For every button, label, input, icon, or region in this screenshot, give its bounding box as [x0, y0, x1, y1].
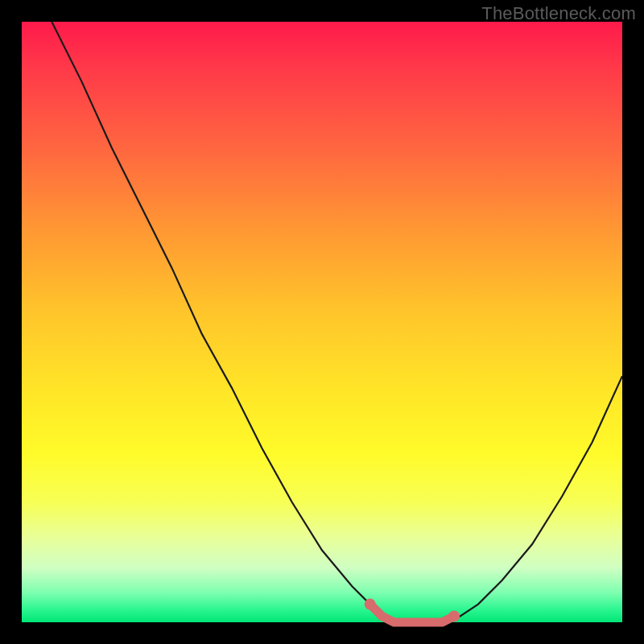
bottleneck-curve [52, 22, 622, 622]
plot-area [22, 22, 622, 622]
highlight-path [370, 605, 454, 622]
chart-frame: TheBottleneck.com [0, 0, 644, 644]
curve-svg [22, 22, 622, 622]
highlight-markers [365, 599, 460, 622]
highlight-dot [448, 611, 460, 622]
highlight-dot [365, 599, 376, 610]
watermark-label: TheBottleneck.com [481, 3, 636, 24]
